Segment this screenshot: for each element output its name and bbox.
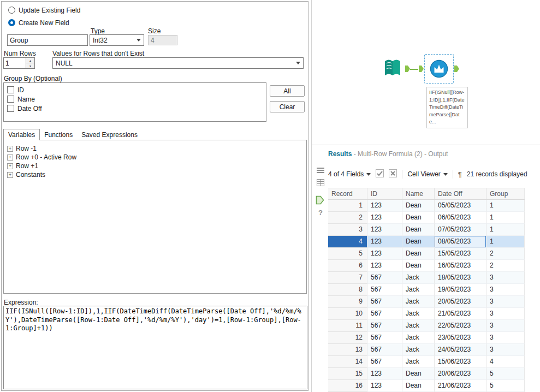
data-cell[interactable]: Jack — [402, 272, 435, 284]
data-cell[interactable]: 567 — [367, 356, 402, 368]
tree-item[interactable]: +Row -1 — [6, 144, 304, 153]
values-for-rows-dropdown[interactable]: NULL — [52, 57, 304, 69]
table-row[interactable]: 14567Jack15/06/20234 — [328, 356, 525, 368]
data-cell[interactable]: 3 — [486, 344, 525, 356]
list-view-icon[interactable] — [317, 167, 324, 175]
cell-viewer-dropdown[interactable]: Cell Viewer — [407, 170, 447, 178]
data-cell[interactable]: 20/05/2023 — [435, 296, 486, 308]
record-cell[interactable]: 4 — [328, 236, 367, 248]
record-cell[interactable]: 9 — [328, 296, 367, 308]
group-by-item[interactable]: ID — [7, 85, 263, 94]
table-row[interactable]: 9567Jack20/05/20233 — [328, 296, 525, 308]
data-cell[interactable]: 16/05/2023 — [435, 260, 486, 272]
output-anchor[interactable] — [405, 66, 410, 72]
num-rows-input[interactable] — [4, 58, 26, 68]
data-cell[interactable]: Dean — [402, 236, 435, 248]
field-name-input[interactable] — [7, 34, 88, 46]
data-cell[interactable]: 5 — [486, 380, 525, 392]
data-cell[interactable]: 1 — [486, 212, 525, 224]
text-input-tool[interactable] — [381, 56, 405, 80]
output-anchor-icon[interactable] — [316, 195, 324, 206]
tree-item[interactable]: +Constants — [6, 170, 304, 179]
expand-icon[interactable]: + — [7, 146, 13, 152]
data-cell[interactable]: 15/05/2023 — [435, 248, 486, 260]
data-cell[interactable]: 123 — [367, 200, 402, 212]
spinner-up-icon[interactable]: ▲ — [26, 58, 34, 63]
data-cell[interactable]: Jack — [402, 308, 435, 320]
grid-view-icon[interactable] — [317, 179, 324, 188]
data-cell[interactable]: 2 — [486, 248, 525, 260]
data-cell[interactable]: 2 — [486, 260, 525, 272]
data-cell[interactable]: 08/05/2023 — [435, 236, 486, 248]
data-cell[interactable]: Dean — [402, 368, 435, 380]
fields-dropdown[interactable]: 4 of 4 Fields — [328, 170, 371, 178]
clear-button[interactable]: Clear — [270, 101, 305, 112]
data-cell[interactable]: 567 — [367, 320, 402, 332]
data-cell[interactable]: 1 — [486, 236, 525, 248]
data-cell[interactable]: 19/05/2023 — [435, 284, 486, 296]
record-cell[interactable]: 13 — [328, 344, 367, 356]
group-by-item[interactable]: Date Off — [7, 104, 263, 113]
record-cell[interactable]: 7 — [328, 272, 367, 284]
data-cell[interactable]: 15/06/2023 — [435, 356, 486, 368]
checkbox[interactable] — [7, 86, 14, 93]
record-cell[interactable]: 3 — [328, 224, 367, 236]
record-cell[interactable]: 2 — [328, 212, 367, 224]
data-cell[interactable]: 567 — [367, 284, 402, 296]
table-row[interactable]: 8567Jack19/05/20233 — [328, 284, 525, 296]
data-cell[interactable]: 3 — [486, 332, 525, 344]
data-cell[interactable]: 3 — [486, 308, 525, 320]
tab-variables[interactable]: Variables — [3, 129, 40, 140]
radio-create-new-field[interactable] — [8, 19, 15, 26]
data-cell[interactable]: 123 — [367, 224, 402, 236]
table-row[interactable]: 16123Dean21/06/20235 — [328, 380, 525, 392]
data-cell[interactable]: 21/06/2023 — [435, 380, 486, 392]
checkbox[interactable] — [7, 105, 14, 112]
data-cell[interactable]: 567 — [367, 296, 402, 308]
spinner-down-icon[interactable]: ▼ — [26, 63, 34, 68]
num-rows-spinner[interactable]: ▲ ▼ — [3, 57, 35, 69]
table-row[interactable]: 5123Dean15/05/20232 — [328, 248, 525, 260]
all-button[interactable]: All — [270, 85, 305, 97]
data-cell[interactable]: 20/06/2023 — [435, 368, 486, 380]
data-cell[interactable]: Jack — [402, 332, 435, 344]
data-cell[interactable]: Dean — [402, 248, 435, 260]
record-cell[interactable]: 1 — [328, 200, 367, 212]
data-cell[interactable]: 24/05/2023 — [435, 344, 486, 356]
column-header[interactable]: ID — [367, 188, 402, 199]
expression-editor[interactable]: IIF(ISNull([Row-1:ID]),1,IIF(DateTimeDif… — [3, 306, 307, 389]
deselect-all-fields-icon[interactable] — [389, 169, 397, 179]
data-cell[interactable]: 123 — [367, 260, 402, 272]
data-cell[interactable]: 123 — [367, 248, 402, 260]
tab-saved-expressions[interactable]: Saved Expressions — [77, 130, 142, 140]
data-cell[interactable]: 3 — [486, 296, 525, 308]
data-cell[interactable]: 567 — [367, 272, 402, 284]
data-cell[interactable]: Dean — [402, 212, 435, 224]
multi-row-formula-tool[interactable] — [424, 54, 454, 84]
input-anchor[interactable] — [419, 66, 424, 72]
tree-item[interactable]: +Row +1 — [6, 162, 304, 170]
expand-icon[interactable]: + — [7, 155, 13, 161]
output-anchor[interactable] — [454, 66, 459, 72]
record-cell[interactable]: 11 — [328, 320, 367, 332]
table-row[interactable]: 2123Dean06/05/20231 — [328, 212, 525, 224]
data-cell[interactable]: Dean — [402, 200, 435, 212]
data-cell[interactable]: 567 — [367, 308, 402, 320]
data-cell[interactable]: 07/05/2023 — [435, 224, 486, 236]
data-cell[interactable]: 1 — [486, 200, 525, 212]
radio-update-existing-field[interactable] — [8, 7, 15, 14]
tool-annotation[interactable]: IIF(ISNull([Row-1:ID]),1,IIF(DateTimeDif… — [426, 87, 468, 128]
data-cell[interactable]: Jack — [402, 296, 435, 308]
table-row[interactable]: 15123Dean20/06/20235 — [328, 368, 525, 380]
table-row[interactable]: 12567Jack23/05/20233 — [328, 332, 525, 344]
help-icon[interactable]: ? — [318, 209, 323, 217]
data-cell[interactable]: Dean — [402, 260, 435, 272]
record-cell[interactable]: 12 — [328, 332, 367, 344]
group-by-item[interactable]: Name — [7, 94, 263, 104]
data-cell[interactable]: 05/05/2023 — [435, 200, 486, 212]
table-row[interactable]: 6123Dean16/05/20232 — [328, 260, 525, 272]
record-cell[interactable]: 16 — [328, 380, 367, 392]
select-all-fields-icon[interactable] — [376, 169, 384, 179]
record-cell[interactable]: 5 — [328, 248, 367, 260]
data-cell[interactable]: Jack — [402, 344, 435, 356]
